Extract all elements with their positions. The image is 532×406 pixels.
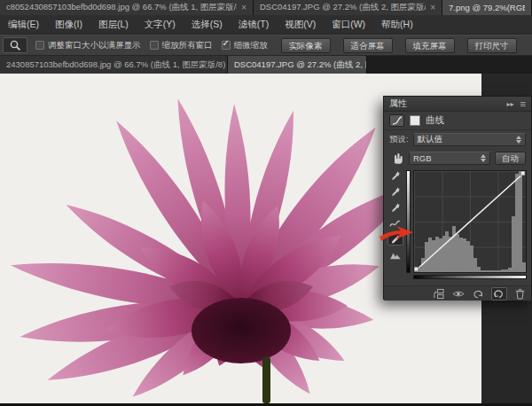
reset-arrow-icon[interactable]	[473, 289, 483, 299]
options-checkboxes: 调整窗口大小以满屏显示缩放所有窗口✓细微缩放	[35, 40, 268, 51]
gray-point-eyedropper-icon[interactable]	[387, 184, 403, 198]
checkbox[interactable]	[35, 41, 44, 50]
options-button-1[interactable]: 实际像素	[281, 38, 331, 53]
checkbox-label: 细微缩放	[234, 40, 268, 51]
white-point-eyedropper-icon[interactable]	[387, 200, 403, 214]
document-tab[interactable]: 2430857103befbd0d698.jpg @ 66.7% (曲线 1, …	[0, 56, 228, 74]
clip-to-layer-icon[interactable]	[433, 288, 444, 300]
document-tab-label: DSC04197.JPG @ 27.2% (曲线 2, 图层蒙版/8) *	[234, 59, 367, 71]
adjustment-name: 曲线	[426, 114, 444, 127]
menu-item-9[interactable]: 帮助(H)	[373, 15, 421, 34]
close-tab-icon[interactable]: ×	[430, 3, 435, 12]
layer-mask-thumbnail[interactable]	[410, 115, 420, 126]
menu-item-5[interactable]: 选择(S)	[184, 15, 231, 34]
panel-menu-icon[interactable]: ≡	[520, 98, 526, 109]
channel-value: RGB	[413, 153, 432, 163]
adjustment-header: 曲线	[384, 112, 531, 130]
delete-adjustment-icon[interactable]	[515, 288, 525, 300]
annotation-arrow	[379, 222, 419, 245]
menu-item-2[interactable]: 图像(I)	[47, 15, 90, 34]
checkmark-icon: ✓	[223, 38, 230, 48]
window-tab-bar: c8052430857103befbd0d698.jpg @ 66.7% (曲线…	[0, 0, 532, 15]
checkbox-label: 调整窗口大小以满屏显示	[48, 40, 141, 51]
updown-arrows-icon	[481, 154, 486, 162]
zoom-tool-button[interactable]	[3, 37, 27, 53]
preset-value: 默认值	[418, 134, 443, 145]
smooth-curve-icon[interactable]	[387, 248, 403, 262]
preset-select[interactable]: 默认值	[413, 133, 526, 146]
document-tab-bar: 2430857103befbd0d698.jpg @ 66.7% (曲线 1, …	[0, 56, 532, 74]
menu-item-1[interactable]: 编辑(E)	[0, 15, 47, 34]
options-button-4[interactable]: 打印尺寸	[467, 38, 517, 53]
options-button-2[interactable]: 适合屏幕	[343, 38, 393, 53]
auto-button[interactable]: 自动	[495, 152, 526, 165]
menu-item-4[interactable]: 文字(Y)	[137, 15, 184, 34]
updown-arrows-icon	[516, 136, 521, 144]
menu-item-6[interactable]: 滤镜(T)	[231, 15, 277, 34]
channel-row: RGB 自动	[384, 149, 531, 167]
panel-title: 属性	[389, 98, 501, 110]
options-bar: 调整窗口大小以满屏显示缩放所有窗口✓细微缩放 实际像素适合屏幕填充屏幕打印尺寸	[0, 35, 532, 56]
toggle-visibility-icon[interactable]	[491, 287, 507, 301]
window-tab[interactable]: 7.png @ 79.2%(RGB	[442, 0, 532, 15]
options-buttons: 实际像素适合屏幕填充屏幕打印尺寸	[281, 38, 517, 53]
black-point-eyedropper-icon[interactable]	[387, 168, 403, 182]
photoshop-window: c8052430857103befbd0d698.jpg @ 66.7% (曲线…	[0, 0, 532, 406]
menu-item-7[interactable]: 视图(V)	[277, 15, 324, 34]
window-tab-label: 7.png @ 79.2%(RGB	[449, 3, 525, 12]
checkbox[interactable]: ✓	[222, 41, 231, 50]
option-checkbox-row: ✓细微缩放	[222, 40, 268, 51]
menu-item-8[interactable]: 窗口(W)	[324, 15, 373, 34]
panel-bottom-bar	[384, 285, 531, 301]
preset-row: 预设: 默认值	[384, 130, 531, 149]
curve-grid[interactable]	[413, 170, 527, 273]
option-checkbox-row: 缩放所有窗口	[150, 40, 213, 51]
preset-label: 预设:	[389, 134, 409, 145]
previous-state-eye-icon[interactable]	[452, 289, 465, 299]
option-checkbox-row: 调整窗口大小以满屏显示	[35, 40, 141, 51]
curves-adjustment-icon	[389, 114, 404, 127]
window-tab[interactable]: c8052430857103befbd0d698.jpg @ 66.7% (曲线…	[0, 0, 254, 15]
checkbox-label: 缩放所有窗口	[162, 40, 213, 51]
curve-tool-column	[386, 168, 404, 262]
document-tab[interactable]: DSC04197.JPG @ 27.2% (曲线 2, 图层蒙版/8) *×	[228, 56, 367, 74]
close-tab-icon[interactable]: ×	[241, 3, 246, 12]
checkbox[interactable]	[150, 41, 159, 50]
collapse-panel-icon[interactable]: ▸▸	[507, 100, 514, 108]
magnifier-icon	[9, 39, 21, 51]
window-tab-label: c8052430857103befbd0d698.jpg @ 66.7% (曲线…	[6, 2, 237, 13]
hand-icon	[391, 152, 403, 164]
input-gradient-bar	[413, 275, 527, 279]
panel-title-bar[interactable]: 属性 ▸▸ ≡	[384, 97, 531, 112]
menu-bar: 编辑(E)图像(I)图层(L)文字(Y)选择(S)滤镜(T)视图(V)窗口(W)…	[0, 15, 532, 35]
targeted-adjustment-tool[interactable]	[388, 152, 404, 164]
document-tab-label: 2430857103befbd0d698.jpg @ 66.7% (曲线 1, …	[6, 59, 228, 71]
curve-line	[414, 171, 526, 272]
channel-select[interactable]: RGB	[409, 152, 490, 165]
properties-panel: 属性 ▸▸ ≡ 曲线 预设: 默认值 RGB	[383, 96, 532, 300]
options-button-3[interactable]: 填充屏幕	[405, 38, 455, 53]
window-tab[interactable]: DSC04197.JPG @ 27.2% (曲线 2, 图层蒙版/8) *×	[254, 0, 442, 15]
menu-item-3[interactable]: 图层(L)	[90, 15, 137, 34]
window-tab-label: DSC04197.JPG @ 27.2% (曲线 2, 图层蒙版/8) *	[260, 2, 426, 13]
